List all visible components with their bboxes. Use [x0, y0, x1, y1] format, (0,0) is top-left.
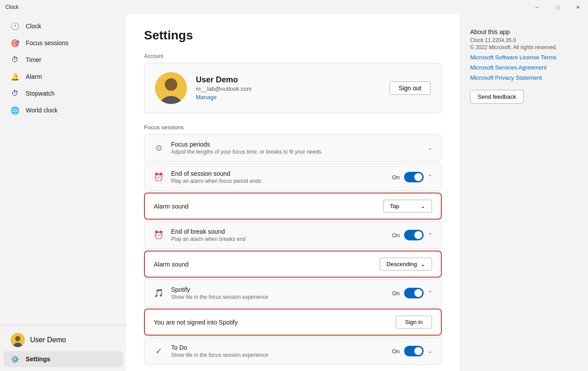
- todo-row: ✓ To Do Show tile in the focus session e…: [144, 337, 442, 365]
- sidebar-item-world-clock[interactable]: 🌐 World clock: [4, 102, 123, 118]
- spotify-chevron[interactable]: ⌃: [428, 290, 432, 296]
- svg-point-4: [165, 78, 177, 91]
- todo-on-label: On: [392, 348, 400, 355]
- spotify-on-label: On: [392, 290, 400, 297]
- sidebar-item-settings[interactable]: ⚙️ Settings: [4, 351, 123, 367]
- end-session-sound-right: On ⌃: [392, 172, 432, 182]
- end-break-sound-title: End of break sound: [171, 228, 385, 235]
- services-link[interactable]: Microsoft Services Agreement: [470, 64, 577, 71]
- end-break-toggle[interactable]: [404, 230, 424, 240]
- end-session-sound-subtitle: Play an alarm when focus period ends: [171, 178, 385, 184]
- spotify-right: On ⌃: [392, 288, 432, 298]
- copyright: © 2022 Microsoft. All rights reserved.: [470, 44, 577, 50]
- right-panel: About this app Clock 11.2204.35.0 © 2022…: [459, 14, 588, 371]
- about-title: About this app: [470, 28, 577, 35]
- todo-content: To Do Show tile in the focus session exp…: [171, 344, 385, 358]
- svg-point-1: [15, 336, 20, 341]
- alarm-sound-2-dropdown[interactable]: Descending ⌄: [380, 258, 432, 271]
- sidebar: 🕐 Clock 🎯 Focus sessions ⏱ Timer 🔔 Alarm…: [0, 14, 126, 371]
- sidebar-item-world-clock-label: World clock: [26, 107, 58, 114]
- focus-sessions-section-label: Focus sessions: [144, 124, 442, 131]
- alarm-sound-1-title: Alarm sound: [154, 203, 376, 210]
- focus-periods-icon: ⊙: [153, 143, 164, 153]
- spotify-signin-row: You are not signed into Spotify Sign in: [144, 309, 442, 336]
- settings-icon: ⚙️: [11, 355, 19, 363]
- account-section-label: Account: [144, 53, 442, 59]
- spotify-signin-right: Sign in: [396, 316, 432, 328]
- sidebar-user-name: User Demo: [30, 336, 66, 344]
- end-session-chevron[interactable]: ⌃: [428, 174, 432, 180]
- sidebar-item-focus-sessions-label: Focus sessions: [26, 39, 68, 46]
- alarm-sound-1-dropdown[interactable]: Tap ⌄: [383, 200, 432, 213]
- app-container: 🕐 Clock 🎯 Focus sessions ⏱ Timer 🔔 Alarm…: [0, 14, 588, 371]
- account-card: User Demo m__lab@outlook.com Manage Sign…: [144, 63, 442, 113]
- close-button[interactable]: ✕: [568, 0, 588, 14]
- end-break-on-label: On: [392, 232, 400, 239]
- alarm-sound-2-chevron-icon: ⌄: [421, 261, 425, 267]
- spotify-toggle[interactable]: [404, 288, 424, 298]
- manage-link[interactable]: Manage: [196, 94, 217, 100]
- title-bar-controls: ─ ⬜ ✕: [527, 0, 588, 14]
- sidebar-item-alarm-label: Alarm: [26, 73, 42, 80]
- end-session-on-label: On: [392, 174, 400, 181]
- alarm-sound-1-chevron-icon: ⌄: [421, 203, 425, 209]
- sign-out-button[interactable]: Sign out: [389, 81, 431, 95]
- todo-right: On ⌄: [392, 346, 432, 356]
- clock-version: Clock 11.2204.35.0: [470, 37, 577, 43]
- user-name: User Demo: [196, 75, 381, 85]
- end-break-sound-content: End of break sound Play an alarm when br…: [171, 228, 385, 242]
- timer-icon: ⏱: [11, 55, 19, 64]
- title-bar-title: Clock: [5, 4, 19, 10]
- page-title: Settings: [144, 28, 442, 43]
- title-bar: Clock ─ ⬜ ✕: [0, 0, 588, 14]
- alarm-icon: 🔔: [11, 72, 19, 81]
- spotify-sign-in-button[interactable]: Sign in: [396, 316, 432, 328]
- minimize-button[interactable]: ─: [527, 0, 547, 14]
- send-feedback-button[interactable]: Send feedback: [470, 90, 524, 104]
- sidebar-user[interactable]: User Demo: [4, 329, 123, 351]
- alarm-sound-2-content: Alarm sound: [154, 261, 373, 268]
- focus-periods-chevron[interactable]: ⌄: [428, 145, 432, 151]
- focus-periods-content: Focus periods Adjust the lengths of your…: [171, 141, 421, 155]
- end-break-sound-icon: ⏰: [153, 230, 164, 240]
- clock-icon: 🕐: [11, 22, 19, 31]
- sidebar-item-stopwatch-label: Stopwatch: [26, 90, 55, 97]
- sidebar-item-focus-sessions[interactable]: 🎯 Focus sessions: [4, 35, 123, 51]
- end-session-sound-row: ⏰ End of session sound Play an alarm whe…: [144, 163, 442, 191]
- todo-toggle[interactable]: [404, 346, 424, 356]
- stopwatch-icon: ⏱: [11, 89, 19, 98]
- spotify-icon: 🎵: [153, 288, 164, 298]
- maximize-button[interactable]: ⬜: [547, 0, 568, 14]
- spotify-signin-title: You are not signed into Spotify: [154, 319, 389, 326]
- user-avatar-small: [11, 333, 25, 347]
- todo-subtitle: Show tile in the focus session experienc…: [171, 352, 385, 358]
- alarm-sound-2-title: Alarm sound: [154, 261, 373, 268]
- end-break-sound-row: ⏰ End of break sound Play an alarm when …: [144, 221, 442, 249]
- sidebar-item-timer[interactable]: ⏱ Timer: [4, 52, 123, 68]
- end-break-sound-right: On ⌃: [392, 230, 432, 240]
- license-link[interactable]: Microsoft Software License Terms: [470, 54, 577, 61]
- sidebar-item-clock[interactable]: 🕐 Clock: [4, 18, 123, 34]
- todo-chevron[interactable]: ⌄: [428, 348, 432, 354]
- end-session-sound-title: End of session sound: [171, 170, 385, 177]
- sidebar-bottom: User Demo ⚙️ Settings: [0, 325, 126, 367]
- focus-periods-right: ⌄: [428, 145, 432, 151]
- world-clock-icon: 🌐: [11, 106, 19, 115]
- end-break-sound-subtitle: Play an alarm when breaks end: [171, 236, 385, 242]
- spotify-title: Spotify: [171, 286, 385, 293]
- sidebar-item-alarm[interactable]: 🔔 Alarm: [4, 69, 123, 85]
- alarm-sound-1-row: Alarm sound Tap ⌄: [144, 193, 442, 220]
- sidebar-item-stopwatch[interactable]: ⏱ Stopwatch: [4, 85, 123, 101]
- end-break-chevron[interactable]: ⌃: [428, 232, 432, 238]
- main-content: Settings Account User Demo m__lab@outloo…: [126, 14, 459, 371]
- spotify-row: 🎵 Spotify Show tile in the focus session…: [144, 279, 442, 307]
- privacy-link[interactable]: Microsoft Privacy Statement: [470, 74, 577, 81]
- alarm-sound-2-right: Descending ⌄: [380, 258, 432, 271]
- user-avatar-large: [155, 72, 187, 104]
- spotify-content: Spotify Show tile in the focus session e…: [171, 286, 385, 300]
- user-info: User Demo m__lab@outlook.com Manage: [196, 75, 381, 101]
- end-session-toggle[interactable]: [404, 172, 424, 182]
- sidebar-item-clock-label: Clock: [26, 23, 41, 30]
- focus-periods-subtitle: Adjust the lengths of your focus time, o…: [171, 149, 421, 155]
- sidebar-item-timer-label: Timer: [26, 56, 41, 63]
